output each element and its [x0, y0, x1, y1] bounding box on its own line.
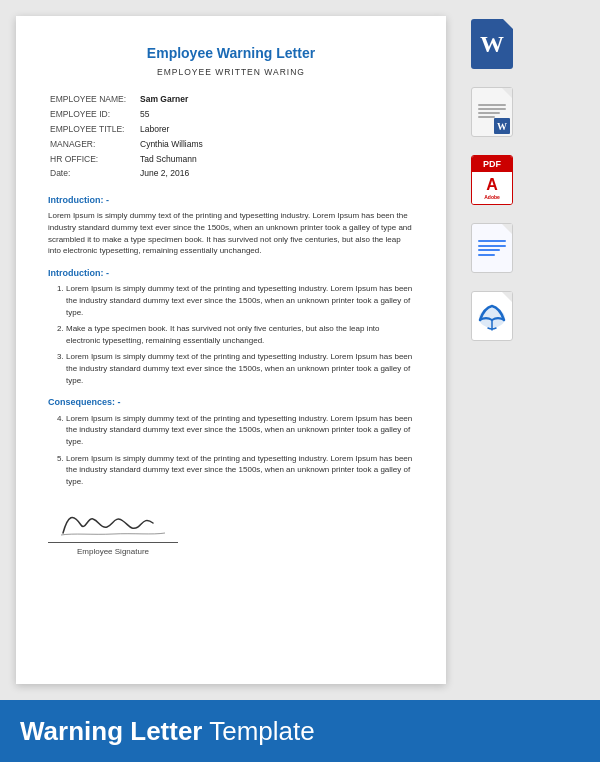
field-label-employee-id: EMPLOYEE ID: — [48, 107, 138, 122]
signature-label: Employee Signature — [48, 546, 178, 557]
pdf-button[interactable]: PDF A Adobe — [464, 152, 522, 210]
section3-list: Lorem Ipsum is simply dummy text of the … — [48, 413, 414, 488]
libreoffice-icon — [471, 291, 515, 343]
field-label-hr-office: HR OFFICE: — [48, 152, 138, 167]
libreoffice-button[interactable] — [464, 288, 522, 346]
field-row-employee-id: EMPLOYEE ID: 55 — [48, 107, 414, 122]
word-doc-button[interactable]: W — [464, 84, 522, 142]
bottom-title: Warning Letter Template — [20, 716, 315, 747]
corner-fold-doc — [502, 88, 512, 98]
corner-fold-docs — [502, 224, 512, 234]
signature-image — [48, 505, 178, 540]
field-row-employee-title: EMPLOYEE TITLE: Laborer — [48, 122, 414, 137]
document-title: Employee Warning Letter — [48, 44, 414, 64]
field-row-employee-name: EMPLOYEE NAME: Sam Garner — [48, 92, 414, 107]
section1-heading: Introduction: - — [48, 194, 414, 207]
word-badge: W — [494, 118, 510, 134]
list-item: Lorem Ipsum is simply dummy text of the … — [66, 413, 414, 448]
field-row-hr-office: HR OFFICE: Tad Schumann — [48, 152, 414, 167]
document-preview: Employee Warning Letter EMPLOYEE WRITTEN… — [16, 16, 446, 684]
signature-area: Employee Signature — [48, 505, 414, 557]
pdf-a-logo: A — [486, 176, 498, 194]
signature-line — [48, 542, 178, 543]
field-label-employee-title: EMPLOYEE TITLE: — [48, 122, 138, 137]
list-item: Make a type specimen book. It has surviv… — [66, 323, 414, 346]
field-label-employee-name: EMPLOYEE NAME: — [48, 92, 138, 107]
word-letter-w: W — [480, 31, 504, 58]
sidebar-icons: W W — [458, 16, 528, 684]
signature-svg — [53, 505, 173, 537]
section1-body: Lorem Ipsum is simply dummy text of the … — [48, 210, 414, 256]
pdf-top-bar: PDF — [472, 156, 512, 172]
field-row-manager: MANAGER: Cynthia Williams — [48, 137, 414, 152]
docs-lines — [478, 240, 506, 256]
section2-heading: Introduction: - — [48, 267, 414, 280]
field-row-date: Date: June 2, 2016 — [48, 167, 414, 182]
field-value-employee-name: Sam Garner — [138, 92, 414, 107]
field-value-employee-title: Laborer — [138, 122, 414, 137]
document-subtitle: EMPLOYEE WRITTEN WARING — [48, 67, 414, 79]
field-value-manager: Cynthia Williams — [138, 137, 414, 152]
main-container: Employee Warning Letter EMPLOYEE WRITTEN… — [0, 0, 600, 762]
field-value-date: June 2, 2016 — [138, 167, 414, 182]
section2-list: Lorem Ipsum is simply dummy text of the … — [48, 283, 414, 386]
corner-fold-writer — [502, 292, 512, 302]
word-blue-icon: W — [471, 19, 515, 71]
word-doc-icon: W — [471, 87, 515, 139]
pdf-adobe-text: Adobe — [484, 194, 500, 200]
list-item: Lorem Ipsum is simply dummy text of the … — [66, 283, 414, 318]
libreoffice-svg — [476, 298, 508, 334]
fields-table: EMPLOYEE NAME: Sam Garner EMPLOYEE ID: 5… — [48, 92, 414, 181]
bottom-title-normal: Template — [202, 716, 314, 746]
list-item: Lorem Ipsum is simply dummy text of the … — [66, 351, 414, 386]
bottom-title-bold: Warning Letter — [20, 716, 202, 746]
bottom-bar: Warning Letter Template — [0, 700, 600, 762]
word-blue-button[interactable]: W — [464, 16, 522, 74]
section3-heading: Consequences: - — [48, 396, 414, 409]
pdf-icon: PDF A Adobe — [471, 155, 515, 207]
content-area: Employee Warning Letter EMPLOYEE WRITTEN… — [0, 0, 600, 700]
field-label-date: Date: — [48, 167, 138, 182]
field-value-hr-office: Tad Schumann — [138, 152, 414, 167]
list-item: Lorem Ipsum is simply dummy text of the … — [66, 453, 414, 488]
pdf-label: PDF — [483, 159, 501, 169]
field-label-manager: MANAGER: — [48, 137, 138, 152]
google-docs-icon — [471, 223, 515, 275]
google-docs-button[interactable] — [464, 220, 522, 278]
field-value-employee-id: 55 — [138, 107, 414, 122]
corner-fold-icon — [503, 19, 513, 29]
pdf-bottom: A Adobe — [472, 172, 512, 204]
